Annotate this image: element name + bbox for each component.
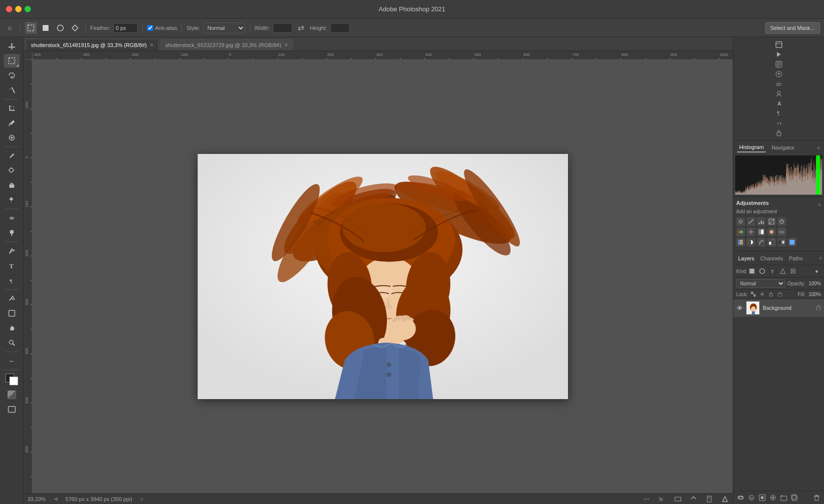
right-icon-char[interactable]: TT	[774, 119, 783, 127]
canvas-wrapper[interactable]	[24, 51, 733, 493]
feather-input[interactable]	[113, 23, 138, 33]
layer-background[interactable]: Background	[733, 299, 824, 317]
add-mask-button[interactable]	[758, 493, 767, 502]
adj-invert[interactable]	[747, 238, 755, 247]
close-button[interactable]	[6, 6, 12, 12]
right-icon-3d[interactable]: 3D	[774, 79, 783, 88]
canvas-content[interactable]	[32, 60, 733, 493]
bottom-icon-5[interactable]	[705, 495, 713, 503]
adj-colorbalance[interactable]	[747, 227, 755, 236]
lock-checkerboard[interactable]	[750, 291, 757, 298]
bottom-icon-3[interactable]	[674, 495, 682, 503]
filter-pixel[interactable]	[747, 267, 756, 276]
adj-vibrance[interactable]	[777, 217, 786, 226]
width-input[interactable]	[273, 23, 292, 33]
eraser-tool[interactable]	[4, 178, 20, 192]
adj-threshold[interactable]	[767, 238, 776, 247]
maximize-button[interactable]	[25, 6, 31, 12]
adj-blackwhite[interactable]	[757, 227, 766, 236]
tab-2[interactable]: shutterstock_653323729.jpg @ 33,3% (RGB/…	[160, 39, 293, 50]
style-select[interactable]: Normal Fixed Ratio Fixed Size	[203, 23, 245, 33]
foreground-color[interactable]	[3, 372, 21, 387]
status-arrow[interactable]: >	[140, 496, 143, 502]
brush-tool[interactable]	[4, 149, 20, 163]
quick-mask-button[interactable]	[4, 388, 20, 402]
right-icon-panel[interactable]	[774, 40, 783, 49]
adj-solidcolor[interactable]	[788, 238, 797, 247]
adj-hsl[interactable]	[736, 227, 745, 236]
right-icon-lock[interactable]	[774, 128, 783, 137]
new-layer-button[interactable]	[790, 493, 799, 502]
right-icon-text[interactable]: A	[774, 99, 783, 108]
minimize-button[interactable]	[15, 6, 22, 12]
right-icon-filter[interactable]	[774, 70, 783, 78]
crop-tool[interactable]	[4, 101, 20, 115]
height-input[interactable]	[330, 23, 350, 33]
filter-smartobj[interactable]	[789, 267, 798, 276]
blur-tool[interactable]	[4, 211, 20, 225]
adj-levels[interactable]	[757, 217, 766, 226]
layers-tab-layers[interactable]: Layers	[735, 253, 757, 263]
layers-menu-icon[interactable]: ≡	[819, 255, 822, 261]
layers-tab-channels[interactable]: Channels	[757, 253, 786, 263]
filter-adjustment[interactable]	[758, 267, 767, 276]
eyedropper-tool[interactable]	[4, 116, 20, 130]
link-layers-button[interactable]	[736, 493, 745, 502]
navigator-tab[interactable]: Navigator	[770, 143, 797, 152]
bottom-icon-2[interactable]: fx	[658, 495, 666, 503]
adj-posterize[interactable]	[757, 238, 766, 247]
adj-channelmixer[interactable]: RGB	[777, 227, 786, 236]
histogram-tab[interactable]: Histogram	[737, 143, 766, 152]
tab-1-close[interactable]: ✕	[150, 42, 154, 48]
adj-brightness[interactable]	[736, 217, 745, 226]
lock-all[interactable]	[776, 291, 783, 298]
extra-tools[interactable]: •••	[4, 354, 20, 368]
blend-mode-select[interactable]: Normal Multiply Screen Overlay	[736, 279, 785, 288]
paragraph-tool[interactable]: ¶	[4, 274, 20, 287]
layer-visibility-eye[interactable]	[736, 304, 743, 311]
path-selection-tool[interactable]	[4, 292, 20, 305]
ellipse-marquee-tool[interactable]	[54, 22, 66, 34]
tab-1[interactable]: shutterstock_651481915.jpg @ 33,3% (RGB/…	[26, 39, 159, 50]
right-icon-play[interactable]	[774, 50, 783, 59]
lasso-tool[interactable]	[4, 69, 20, 82]
adj-curves[interactable]	[747, 217, 755, 226]
filter-shape[interactable]	[778, 267, 787, 276]
zoom-tool[interactable]	[4, 336, 20, 350]
bottom-icon-1[interactable]	[643, 495, 650, 503]
adj-colorlookup[interactable]	[736, 238, 745, 247]
select-mask-button[interactable]: Select and Mask...	[765, 22, 821, 34]
add-adjustment-button[interactable]	[769, 493, 777, 502]
square-marquee-tool[interactable]	[40, 22, 52, 34]
filter-type[interactable]: T	[768, 267, 777, 276]
adjustments-menu-icon[interactable]: ≡	[818, 202, 821, 207]
adj-gradient[interactable]	[777, 238, 786, 247]
healing-tool[interactable]	[4, 131, 20, 145]
add-group-button[interactable]	[779, 493, 788, 502]
shape-tool[interactable]	[4, 306, 20, 320]
hand-tool[interactable]	[4, 321, 20, 335]
bottom-icon-4[interactable]	[690, 495, 697, 503]
right-icon-info[interactable]	[774, 60, 783, 69]
bottom-icon-6[interactable]	[721, 495, 729, 503]
paint-bucket-tool[interactable]	[4, 193, 20, 207]
anti-alias-checkbox[interactable]	[147, 25, 153, 31]
magic-wand-tool[interactable]	[4, 83, 20, 97]
marquee-tool[interactable]	[25, 22, 37, 34]
right-icon-para[interactable]: ¶	[774, 109, 783, 118]
clone-tool[interactable]	[4, 164, 20, 177]
dodge-tool[interactable]	[4, 226, 20, 240]
right-icon-people[interactable]	[774, 89, 783, 98]
screen-mode-button[interactable]	[4, 403, 20, 416]
marquee-tool-left[interactable]	[4, 54, 20, 68]
pen-tool[interactable]	[4, 244, 20, 258]
home-button[interactable]: ⌂	[4, 22, 16, 34]
text-tool[interactable]: T	[4, 259, 20, 273]
lock-artboard[interactable]	[768, 291, 774, 298]
tab-2-close[interactable]: ✕	[284, 42, 288, 48]
delete-layer-button[interactable]	[812, 493, 821, 502]
filter-toggle[interactable]: ●	[812, 267, 821, 276]
lasso-marquee-tool[interactable]	[69, 22, 81, 34]
add-style-button[interactable]: fx	[747, 493, 756, 502]
histogram-menu-icon[interactable]: ≡	[817, 145, 820, 151]
